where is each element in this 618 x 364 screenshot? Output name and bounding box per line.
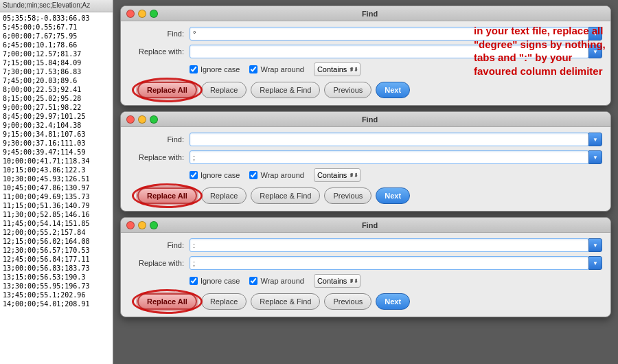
replace-button-3[interactable]: Replace [201, 293, 247, 310]
next-button-3[interactable]: Next [376, 293, 410, 310]
wrap-around-label-3[interactable]: Wrap around [249, 277, 304, 285]
replace-dropdown-3[interactable] [588, 256, 602, 270]
ignore-case-checkbox-1[interactable] [190, 65, 198, 73]
dialog-title-1: Find [162, 10, 577, 18]
ignore-case-text-1: Ignore case [201, 65, 240, 73]
contains-select-2[interactable]: Contains [314, 168, 360, 182]
replace-label-3: Replace with: [129, 259, 184, 267]
wrap-around-text-3: Wrap around [260, 277, 304, 285]
buttons-row-3: Replace All Replace Replace & Find Previ… [129, 293, 602, 310]
text-editor-content: 05;35;58;-0.833;66.035;45;00;0.55;67.716… [0, 12, 113, 310]
replace-all-wrap-3: Replace All [137, 293, 197, 310]
ignore-case-label-1[interactable]: Ignore case [190, 65, 240, 73]
close-button-1[interactable] [126, 10, 135, 18]
contains-wrap-2[interactable]: Contains ⬆⬇ [314, 168, 360, 182]
dialog-titlebar-2: Find [121, 112, 610, 127]
next-button-1[interactable]: Next [376, 82, 410, 98]
dialog-title-2: Find [162, 115, 577, 124]
replace-input-wrap-3 [190, 256, 602, 270]
minimize-button-1[interactable] [138, 10, 146, 18]
replace-all-button-2[interactable]: Replace All [137, 187, 197, 204]
contains-wrap-1[interactable]: Contains ⬆⬇ [314, 62, 360, 76]
replace-find-button-2[interactable]: Replace & Find [251, 187, 320, 204]
ignore-case-checkbox-3[interactable] [190, 277, 198, 285]
main-area: Find Find: Replace with: Igno [113, 0, 618, 364]
wrap-around-label-2[interactable]: Wrap around [249, 171, 304, 179]
close-button-3[interactable] [126, 221, 135, 229]
zoom-button-1[interactable] [150, 10, 158, 18]
ignore-case-text-3: Ignore case [201, 277, 240, 285]
dialog-titlebar-3: Find [121, 218, 610, 233]
wrap-around-checkbox-2[interactable] [249, 171, 258, 179]
dialog-titlebar-1: Find [121, 6, 610, 21]
find-row-3: Find: [129, 238, 602, 252]
find-row-2: Find: [129, 133, 602, 146]
minimize-button-3[interactable] [138, 221, 146, 229]
find-label-3: Find: [129, 241, 184, 249]
wrap-around-label-1[interactable]: Wrap around [249, 65, 304, 73]
wrap-around-text-2: Wrap around [260, 171, 304, 179]
previous-button-1[interactable]: Previous [324, 82, 371, 98]
find-dropdown-2[interactable] [588, 133, 602, 146]
ignore-case-checkbox-2[interactable] [190, 171, 198, 179]
contains-select-1[interactable]: Contains [314, 62, 360, 76]
find-input-3[interactable] [190, 238, 589, 252]
text-editor-panel: Stunde;min;sec;Elevation;Az 05;35;58;-0.… [0, 0, 113, 364]
zoom-button-3[interactable] [150, 221, 158, 229]
dialog-body-3: Find: Replace with: Ignore case [121, 233, 610, 317]
ignore-case-label-2[interactable]: Ignore case [190, 171, 240, 179]
options-row-3: Ignore case Wrap around Contains ⬆⬇ [129, 274, 602, 288]
find-input-wrap-3 [190, 238, 602, 252]
find-dropdown-3[interactable] [588, 238, 602, 252]
traffic-lights-3 [126, 221, 158, 229]
find-dialog-2: Find Find: Replace with: Igno [120, 111, 611, 212]
options-row-2: Ignore case Wrap around Contains ⬆⬇ [129, 168, 602, 182]
traffic-lights-1 [126, 10, 158, 18]
wrap-around-checkbox-1[interactable] [249, 65, 258, 73]
replace-find-button-1[interactable]: Replace & Find [251, 82, 320, 98]
dialog-body-2: Find: Replace with: Ignore case [121, 127, 610, 211]
find-dialog-3: Find Find: Replace with: Igno [120, 217, 611, 317]
previous-button-3[interactable]: Previous [324, 293, 371, 310]
wrap-around-checkbox-3[interactable] [249, 277, 258, 285]
minimize-button-2[interactable] [138, 115, 146, 124]
buttons-row-2: Replace All Replace Replace & Find Previ… [129, 187, 602, 204]
replace-find-button-3[interactable]: Replace & Find [251, 293, 320, 310]
replace-row-3: Replace with: [129, 256, 602, 270]
replace-label-2: Replace with: [129, 153, 184, 161]
replace-all-wrap-1: Replace All [137, 82, 197, 98]
replace-row-2: Replace with: [129, 150, 602, 164]
find-input-wrap-2 [190, 133, 602, 146]
contains-wrap-3[interactable]: Contains ⬆⬇ [314, 274, 360, 288]
replace-button-1[interactable]: Replace [201, 82, 247, 98]
contains-select-3[interactable]: Contains [314, 274, 360, 288]
replace-input-3[interactable] [190, 256, 589, 270]
text-editor-header: Stunde;min;sec;Elevation;Az [0, 0, 113, 12]
wrap-around-text-1: Wrap around [260, 65, 304, 73]
replace-label-1: Replace with: [129, 47, 184, 56]
annotation-text: in your text file, replace all "degree" … [474, 24, 611, 78]
find-input-2[interactable] [190, 133, 589, 146]
replace-button-2[interactable]: Replace [201, 187, 247, 204]
find-label-2: Find: [129, 135, 184, 144]
replace-all-wrap-2: Replace All [137, 187, 197, 204]
replace-input-2[interactable] [190, 150, 589, 164]
close-button-2[interactable] [126, 115, 135, 124]
zoom-button-2[interactable] [150, 115, 158, 124]
replace-input-wrap-2 [190, 150, 602, 164]
ignore-case-text-2: Ignore case [201, 171, 240, 179]
replace-dropdown-2[interactable] [588, 150, 602, 164]
replace-all-button-1[interactable]: Replace All [137, 82, 197, 98]
next-button-2[interactable]: Next [376, 187, 410, 204]
previous-button-2[interactable]: Previous [324, 187, 371, 204]
dialog-title-3: Find [162, 221, 577, 229]
traffic-lights-2 [126, 115, 158, 124]
ignore-case-label-3[interactable]: Ignore case [190, 277, 240, 285]
find-label-1: Find: [129, 30, 184, 38]
buttons-row-1: Replace All Replace Replace & Find Previ… [129, 82, 602, 98]
replace-all-button-3[interactable]: Replace All [137, 293, 197, 310]
